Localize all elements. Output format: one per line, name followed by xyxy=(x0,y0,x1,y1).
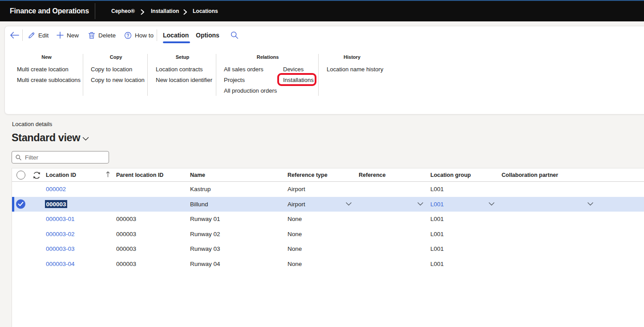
menu-item-multi-create-sublocations[interactable]: Multi create sublocations xyxy=(17,75,81,86)
cell-reference xyxy=(359,241,430,257)
column-header-location-group[interactable]: Location group xyxy=(430,168,502,181)
ribbon-group-history: History Location name history xyxy=(318,54,386,97)
cell-name: Runway 03 xyxy=(190,241,288,257)
location-id-input[interactable]: 000003 xyxy=(45,200,67,208)
back-arrow-icon xyxy=(10,32,19,39)
cell-parent: 000003 xyxy=(116,241,190,257)
new-button-label: New xyxy=(67,32,79,39)
section-caption: Location details xyxy=(12,121,52,127)
cell-reference xyxy=(359,212,430,227)
chevron-down-icon[interactable] xyxy=(587,202,593,206)
column-header-reference[interactable]: Reference xyxy=(359,168,430,181)
how-to-button[interactable]: How to xyxy=(124,29,154,41)
menu-item-installations[interactable]: Installations xyxy=(283,75,314,86)
tab-options[interactable]: Options xyxy=(196,29,219,41)
delete-button-label: Delete xyxy=(98,32,116,39)
plus-icon xyxy=(57,32,64,39)
cell-name: Billund xyxy=(190,197,288,212)
cell-name: Kastrup xyxy=(190,182,288,197)
chevron-down-icon xyxy=(82,137,89,141)
sort-ascending-icon xyxy=(105,171,110,179)
breadcrumb-item-company[interactable]: Cepheo® xyxy=(111,1,135,21)
cell-reference xyxy=(359,182,430,197)
filter-input[interactable] xyxy=(25,154,105,161)
chevron-down-icon[interactable] xyxy=(417,202,423,206)
cell-collaboration-partner xyxy=(502,182,600,197)
menu-item-new-location-identifier[interactable]: New location identifier xyxy=(156,75,212,86)
view-title-label: Standard view xyxy=(12,132,80,144)
ribbon-group-relations: Relations All sales orders Projects All … xyxy=(216,54,320,97)
chevron-right-icon xyxy=(140,8,145,16)
refresh-icon[interactable] xyxy=(32,171,41,180)
ribbon-group-title: New xyxy=(4,54,89,60)
search-icon xyxy=(16,155,21,160)
cell-name: Runway 02 xyxy=(190,227,288,242)
select-all-checkbox[interactable] xyxy=(16,171,25,180)
cell-reference xyxy=(359,197,430,212)
app-top-bar: Finance and Operations Cepheo® Installat… xyxy=(0,0,644,21)
menu-item-location-name-history[interactable]: Location name history xyxy=(327,64,383,75)
column-header-location-id[interactable]: Location ID xyxy=(46,168,116,181)
cell-reference xyxy=(359,257,430,272)
ribbon-group-title: Relations xyxy=(216,54,320,60)
tab-location[interactable]: Location xyxy=(163,29,189,41)
column-header-collaboration-partner[interactable]: Collaboration partner xyxy=(502,168,600,181)
toolbar-divider xyxy=(157,29,157,41)
menu-item-devices[interactable]: Devices xyxy=(283,64,314,75)
cell-location-group: L001 xyxy=(430,241,502,257)
pencil-icon xyxy=(28,32,35,39)
cell-location-group: L001 xyxy=(430,212,502,227)
location-group-link[interactable]: L001 xyxy=(430,201,444,208)
app-title: Finance and Operations xyxy=(10,1,89,21)
table-row[interactable]: 000003-01 000003 Runway 01 None L001 xyxy=(12,212,644,227)
ribbon-group-title: Setup xyxy=(147,54,218,60)
location-id-link[interactable]: 000003-01 xyxy=(46,216,75,222)
view-selector[interactable]: Standard view xyxy=(12,131,89,145)
table-row[interactable]: 000003-03 000003 Runway 03 None L001 xyxy=(12,241,644,257)
menu-item-copy-to-new-location[interactable]: Copy to new location xyxy=(91,75,145,86)
chevron-down-icon[interactable] xyxy=(489,202,494,206)
table-row-selected[interactable]: 000003 Billund Airport L001 xyxy=(12,197,644,212)
cell-reference-type: None xyxy=(288,241,359,257)
cell-reference-type: Airport xyxy=(288,182,359,197)
chevron-down-icon[interactable] xyxy=(346,202,352,206)
menu-item-copy-to-location[interactable]: Copy to location xyxy=(91,64,145,75)
row-selected-checkbox[interactable] xyxy=(16,200,25,209)
search-icon xyxy=(231,31,239,39)
location-id-link[interactable]: 000003-04 xyxy=(46,261,75,267)
menu-item-all-sales-orders[interactable]: All sales orders xyxy=(224,64,277,75)
menu-item-multi-create-location[interactable]: Multi create location xyxy=(17,64,81,75)
table-row[interactable]: 000002 Kastrup Airport L001 xyxy=(12,182,644,197)
table-row[interactable]: 000003-04 000003 Runway 04 None L001 xyxy=(12,257,644,272)
menu-item-all-production-orders[interactable]: All production orders xyxy=(224,86,277,96)
column-header-parent-location-id[interactable]: Parent location ID xyxy=(116,168,190,181)
cell-reference xyxy=(359,227,430,242)
edit-button[interactable]: Edit xyxy=(28,29,49,41)
location-id-link[interactable]: 000002 xyxy=(46,186,66,192)
search-button[interactable] xyxy=(231,29,239,41)
menu-item-projects[interactable]: Projects xyxy=(224,75,277,86)
cell-collaboration-partner xyxy=(502,212,600,227)
table-row[interactable]: 000003-02 000003 Runway 02 None L001 xyxy=(12,227,644,242)
cell-reference-type: Airport xyxy=(288,197,359,212)
cell-reference-type: None xyxy=(288,212,359,227)
location-id-link[interactable]: 000003-02 xyxy=(46,231,75,237)
new-button[interactable]: New xyxy=(57,29,79,41)
breadcrumb-item-page[interactable]: Locations xyxy=(193,1,218,21)
grid-header-row: Location ID Parent location ID Name Refe… xyxy=(12,168,644,182)
cell-location-group: L001 xyxy=(430,182,502,197)
cell-parent: 000003 xyxy=(116,212,190,227)
delete-button[interactable]: Delete xyxy=(88,29,116,41)
cell-collaboration-partner xyxy=(502,241,600,257)
menu-item-location-contracts[interactable]: Location contracts xyxy=(156,64,212,75)
checkmark-icon xyxy=(18,202,24,207)
column-header-name[interactable]: Name xyxy=(190,168,288,181)
back-button[interactable] xyxy=(10,29,19,41)
breadcrumb-item-module[interactable]: Installation xyxy=(151,1,179,21)
cell-collaboration-partner xyxy=(502,197,600,212)
column-header-reference-type[interactable]: Reference type xyxy=(288,168,359,181)
toolbar-divider xyxy=(22,29,23,41)
ribbon-group-copy: Copy Copy to location Copy to new locati… xyxy=(83,54,149,97)
location-id-link[interactable]: 000003-03 xyxy=(46,245,75,252)
filter-field xyxy=(12,151,109,164)
